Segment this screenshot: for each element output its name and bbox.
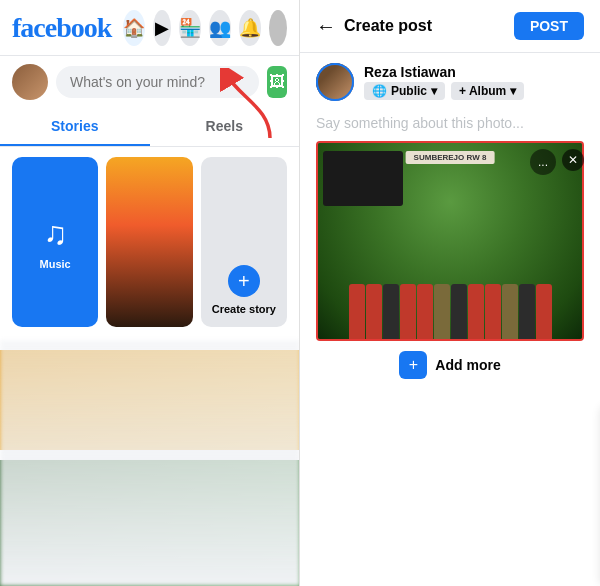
album-label: + Album <box>459 84 506 98</box>
facebook-logo: facebook <box>12 12 111 44</box>
photo-options-button[interactable]: ... <box>530 149 556 175</box>
tab-stories[interactable]: Stories <box>0 108 150 146</box>
person-4 <box>400 284 416 339</box>
left-panel: facebook 🏠 ▶ 🏪 👥 🔔 🖼 Stories Reels <box>0 0 300 586</box>
create-plus-icon: + <box>228 265 260 297</box>
add-more-label: Add more <box>435 357 500 373</box>
notifications-nav-button[interactable]: 🔔 <box>239 10 261 46</box>
stories-reels-tabs: Stories Reels <box>0 108 299 147</box>
video-nav-button[interactable]: ▶ <box>153 10 171 46</box>
person-9 <box>485 284 501 339</box>
post-button[interactable]: POST <box>514 12 584 40</box>
privacy-label: Public <box>391 84 427 98</box>
story-music[interactable]: ♫ Music <box>12 157 98 327</box>
back-button[interactable]: ← <box>316 15 336 38</box>
tab-reels[interactable]: Reels <box>150 108 300 146</box>
stories-grid: ♫ Music + Create story <box>0 147 299 337</box>
person-1 <box>349 284 365 339</box>
nav-avatar[interactable] <box>269 10 287 46</box>
caption-area: Say something about this photo... <box>300 111 600 141</box>
music-label: Music <box>40 258 71 270</box>
right-panel: ← Create post POST Reza Istiawan 🌐 Publi… <box>300 0 600 586</box>
groups-nav-button[interactable]: 👥 <box>209 10 231 46</box>
music-icon: ♫ <box>43 215 67 252</box>
photo-post-button[interactable]: 🖼 <box>267 66 287 98</box>
post-user-avatar <box>316 63 354 101</box>
story-silhouette[interactable] <box>106 157 192 327</box>
create-post-title: Create post <box>344 17 514 35</box>
feed-blur-overlay <box>0 340 300 586</box>
globe-icon: 🌐 <box>372 84 387 98</box>
person-7 <box>451 284 467 339</box>
person-6 <box>434 284 450 339</box>
user-name: Reza Istiawan <box>364 64 524 80</box>
person-3 <box>383 284 399 339</box>
add-more-row[interactable]: + Add more <box>300 341 600 389</box>
home-nav-button[interactable]: 🏠 <box>123 10 145 46</box>
add-more-icon: + <box>399 351 427 379</box>
chevron-down-icon: ▾ <box>431 84 437 98</box>
crowd-group <box>318 259 582 339</box>
person-10 <box>502 284 518 339</box>
person-11 <box>519 284 535 339</box>
album-chevron-icon: ▾ <box>510 84 516 98</box>
photo-banner-text: SUMBEREJO RW 8 <box>406 151 495 164</box>
create-post-header: ← Create post POST <box>300 0 600 53</box>
person-5 <box>417 284 433 339</box>
person-12 <box>536 284 552 339</box>
caption-placeholder[interactable]: Say something about this photo... <box>316 115 524 131</box>
photo-container: SUMBEREJO RW 8 <box>316 141 584 341</box>
person-2 <box>366 284 382 339</box>
user-row: Reza Istiawan 🌐 Public ▾ + Album ▾ <box>300 53 600 111</box>
album-selector[interactable]: + Album ▾ <box>451 82 524 100</box>
create-story-label: Create story <box>212 303 276 315</box>
post-row: 🖼 <box>0 56 299 108</box>
whats-on-mind-input[interactable] <box>56 66 259 98</box>
user-info: Reza Istiawan 🌐 Public ▾ + Album ▾ <box>364 64 524 100</box>
marketplace-nav-button[interactable]: 🏪 <box>179 10 201 46</box>
person-8 <box>468 284 484 339</box>
privacy-selector[interactable]: 🌐 Public ▾ <box>364 82 445 100</box>
user-avatar-small <box>12 64 48 100</box>
photo-close-button[interactable]: ✕ <box>562 149 584 171</box>
top-nav: facebook 🏠 ▶ 🏪 👥 🔔 <box>0 0 299 56</box>
story-create[interactable]: + Create story <box>201 157 287 327</box>
